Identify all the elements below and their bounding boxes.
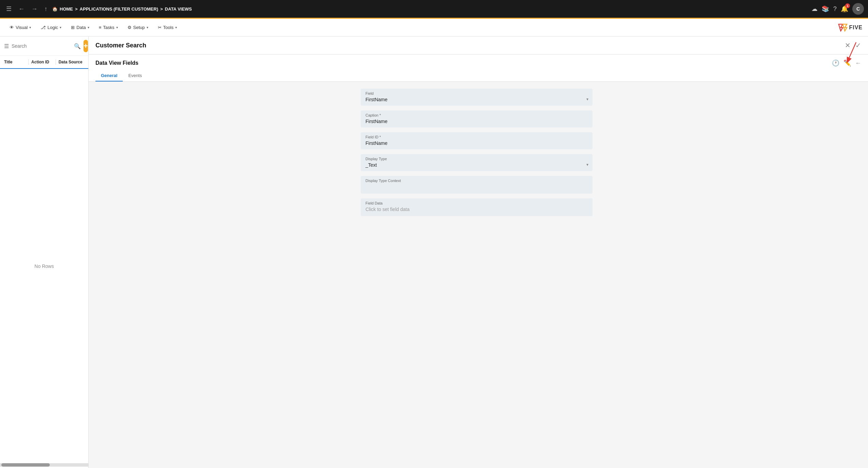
notifications-icon[interactable]: 🔔 1 [841,5,848,13]
tools-icon: ✂ [158,25,162,30]
panel-header-actions: ✕ ✓ [845,41,861,49]
data-label: Data [76,25,86,30]
col-divider-1 [28,59,29,65]
field-label: Field [365,91,588,95]
col-data-source: Data Source [59,60,84,64]
display-type-dropdown-arrow: ▾ [586,162,588,167]
display-type-label: Display Type [365,157,588,161]
search-icon[interactable]: 🔍 [74,43,81,49]
five-logo-text: FIVE [849,25,863,31]
menu-setup[interactable]: ⚙ Setup ▾ [123,23,152,32]
form-container: Field FirstName ▾ Caption * FirstName Fi… [361,89,593,216]
top-nav: ☰ ← → ↑ 🏠 HOME > APPLICATIONS (FILTER CU… [0,0,868,18]
breadcrumb-sep2: > [160,6,163,12]
sub-panel-title: Data View Fields [95,60,828,66]
menu-data[interactable]: ⊞ Data ▾ [67,23,93,32]
menu-visual[interactable]: 👁 Visual ▾ [5,23,35,32]
field-data-field[interactable]: Field Data Click to set field data [361,198,593,216]
back-icon[interactable]: ← [16,4,27,14]
pencil-icon[interactable]: ✏️ [843,59,851,67]
tools-arrow: ▾ [175,26,177,29]
caption-field[interactable]: Caption * FirstName [361,110,593,127]
tasks-arrow: ▾ [116,26,118,29]
logic-icon: ⎇ [41,25,46,30]
tab-events[interactable]: Events [123,70,147,81]
menu-logic[interactable]: ⎇ Logic ▾ [36,23,65,32]
panel-header: Customer Search ✕ ✓ [89,36,868,55]
right-panel: Customer Search ✕ ✓ Data View Fields 🕐 ✏… [89,36,868,468]
menu-tools[interactable]: ✂ Tools ▾ [154,23,181,32]
tasks-icon: ≡ [99,25,102,30]
field-data-label: Field Data [365,201,588,205]
visual-icon: 👁 [10,25,14,30]
caption-value: FirstName [365,119,588,124]
forward-icon[interactable]: → [29,4,40,14]
setup-icon: ⚙ [128,25,132,30]
breadcrumb-app[interactable]: APPLICATIONS (FILTER CUSTOMER) [80,6,158,12]
filter-icon[interactable]: ☰ [4,43,9,49]
field-value: FirstName [365,97,588,102]
field-data-placeholder: Click to set field data [365,207,588,212]
col-title: Title [4,60,26,64]
nav-right: ☁ 📚 ? 🔔 1 C [811,3,864,15]
sidebar-scrollbar[interactable] [0,463,88,467]
field-dropdown-arrow: ▾ [586,97,588,102]
add-button[interactable]: + [84,40,88,52]
breadcrumb-sep1: > [75,6,78,12]
sidebar-table-header: Title Action ID Data Source [0,56,88,69]
field-id-label: Field ID * [365,135,588,139]
books-icon[interactable]: 📚 [822,5,829,13]
five-logo: FIVE [838,24,863,32]
visual-arrow: ▾ [29,26,31,29]
data-icon: ⊞ [71,25,75,30]
logic-arrow: ▾ [60,26,61,29]
menu-tasks[interactable]: ≡ Tasks ▾ [95,23,122,32]
display-type-field[interactable]: Display Type _Text ▾ [361,154,593,171]
setup-arrow: ▾ [147,26,148,29]
caption-label: Caption * [365,113,588,117]
panel-title: Customer Search [95,42,845,49]
breadcrumb-current[interactable]: DATA VIEWS [165,6,192,12]
sub-panel: Data View Fields 🕐 ✏️ ← [89,55,868,82]
field-field[interactable]: Field FirstName ▾ [361,89,593,106]
breadcrumb: 🏠 HOME > APPLICATIONS (FILTER CUSTOMER) … [52,6,809,12]
breadcrumb-home[interactable]: HOME [60,6,73,12]
five-logo-icon [838,24,848,32]
home-icon: 🏠 [52,6,58,12]
field-id-field[interactable]: Field ID * FirstName [361,132,593,149]
data-arrow: ▾ [88,26,89,29]
visual-label: Visual [16,25,28,30]
notification-badge: 1 [845,3,850,8]
svg-marker-0 [839,24,843,31]
main-content: ☰ 🔍 + Title Action ID Data Source No Row… [0,36,868,468]
tasks-label: Tasks [103,25,114,30]
cloud-icon[interactable]: ☁ [811,5,818,13]
check-icon[interactable]: ✓ [855,41,861,49]
display-type-value: _Text [365,162,588,168]
back-arrow-icon[interactable]: ← [855,60,861,67]
hamburger-icon[interactable]: ☰ [4,4,14,14]
form-area: Field FirstName ▾ Caption * FirstName Fi… [89,82,868,468]
sidebar-scrollbar-thumb[interactable] [1,463,50,467]
sub-panel-header: Data View Fields 🕐 ✏️ ← [95,59,861,67]
display-type-context-field[interactable]: Display Type Context [361,176,593,194]
tab-general[interactable]: General [95,70,123,81]
logic-label: Logic [47,25,58,30]
avatar[interactable]: C [852,3,864,15]
col-action-id: Action ID [31,60,53,64]
close-icon[interactable]: ✕ [845,41,851,49]
history-icon[interactable]: 🕐 [832,59,839,67]
tabs: General Events [95,70,861,81]
menu-bar: 👁 Visual ▾ ⎇ Logic ▾ ⊞ Data ▾ ≡ Tasks ▾ … [0,19,868,36]
setup-label: Setup [133,25,145,30]
no-rows: No Rows [0,69,88,463]
help-icon[interactable]: ? [833,5,837,13]
display-type-context-label: Display Type Context [365,179,588,183]
search-input[interactable] [12,43,71,49]
field-id-value: FirstName [365,140,588,146]
svg-marker-1 [843,24,847,31]
sidebar-header: ☰ 🔍 + [0,36,88,56]
up-icon[interactable]: ↑ [42,4,49,14]
sidebar: ☰ 🔍 + Title Action ID Data Source No Row… [0,36,89,468]
tools-label: Tools [163,25,174,30]
